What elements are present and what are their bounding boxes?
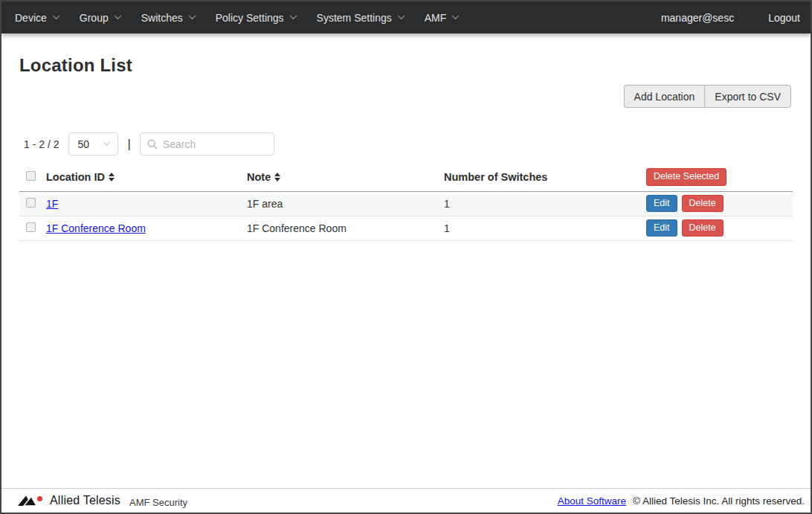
sort-icon [274, 173, 280, 181]
nav-item-label: Device [15, 12, 47, 24]
chevron-down-icon [103, 138, 111, 146]
row-checkbox[interactable] [26, 222, 36, 232]
pagination-range: 1 - 2 / 2 [24, 138, 59, 150]
chevron-down-icon [397, 12, 405, 19]
column-header-label: Location ID [46, 171, 105, 183]
chevron-down-icon [289, 12, 297, 19]
navbar: Device Group Switches Policy Settings Sy… [1, 1, 811, 33]
nav-item-policy-settings[interactable]: Policy Settings [205, 1, 306, 33]
table-header-row: Location ID Note Number of Switches Dele… [19, 165, 793, 192]
chevron-down-icon [114, 12, 121, 19]
select-all-checkbox[interactable] [26, 171, 36, 181]
nav-item-label: Policy Settings [216, 12, 284, 24]
brand-name: Allied Telesis [50, 494, 120, 507]
edit-button[interactable]: Edit [646, 195, 677, 213]
sort-icon [109, 173, 115, 181]
page-size-value: 50 [77, 138, 89, 150]
footer: Allied Telesis AMF Security About Softwa… [1, 488, 811, 513]
search-box [140, 132, 274, 155]
table-row: 1F Conference Room 1F Conference Room 1 … [19, 216, 793, 241]
location-link[interactable]: 1F Conference Room [46, 222, 146, 234]
delete-button[interactable]: Delete [682, 219, 724, 237]
column-header-location-id[interactable]: Location ID [46, 171, 247, 183]
main-content: Location List Add Location Export to CSV… [1, 55, 811, 241]
nav-item-system-settings[interactable]: System Settings [306, 1, 414, 33]
nav-item-amf[interactable]: AMF [414, 1, 469, 33]
nav-item-switches[interactable]: Switches [131, 1, 205, 33]
export-csv-button[interactable]: Export to CSV [704, 85, 791, 108]
about-software-link[interactable]: About Software [558, 495, 626, 507]
list-controls: 1 - 2 / 2 50 | [24, 132, 793, 155]
page-title: Location List [19, 55, 793, 76]
row-checkbox[interactable] [26, 198, 36, 208]
copyright-text: © Allied Telesis Inc. All rights reserve… [633, 495, 805, 507]
app-window: Device Group Switches Policy Settings Sy… [0, 0, 812, 514]
column-header-note[interactable]: Note [247, 171, 444, 183]
brand: Allied Telesis AMF Security [18, 494, 187, 508]
nav-item-label: Switches [141, 12, 183, 24]
search-input[interactable] [163, 138, 267, 150]
logout-button[interactable]: Logout [768, 12, 800, 24]
column-header-switches: Number of Switches [444, 171, 646, 183]
delete-selected-button[interactable]: Delete Selected [646, 168, 726, 186]
column-header-label: Number of Switches [444, 171, 547, 183]
add-location-button[interactable]: Add Location [624, 85, 705, 108]
nav-item-label: System Settings [317, 12, 392, 24]
toolbar: Add Location Export to CSV [19, 85, 791, 108]
chevron-down-icon [452, 12, 460, 19]
table-body: 1F 1F area 1 Edit Delete 1F Conference R… [19, 192, 793, 241]
switch-count-cell: 1 [444, 222, 646, 234]
nav-menu: Device Group Switches Policy Settings Sy… [4, 1, 468, 33]
footer-right: About Software © Allied Telesis Inc. All… [558, 495, 805, 507]
edit-button[interactable]: Edit [646, 219, 677, 237]
location-table: Location ID Note Number of Switches Dele… [19, 165, 793, 241]
page-size-select[interactable]: 50 [68, 132, 118, 155]
table-row: 1F 1F area 1 Edit Delete [19, 192, 793, 216]
product-name: AMF Security [129, 497, 187, 508]
nav-item-label: AMF [425, 12, 447, 24]
nav-item-label: Group [80, 12, 109, 24]
navbar-right: manager@sesc Logout [661, 12, 800, 24]
switch-count-cell: 1 [444, 198, 646, 210]
delete-button[interactable]: Delete [682, 195, 724, 213]
note-cell: 1F Conference Room [247, 222, 444, 234]
location-link[interactable]: 1F [46, 198, 58, 210]
chevron-down-icon [188, 12, 196, 19]
note-cell: 1F area [247, 198, 444, 210]
chevron-down-icon [52, 12, 59, 19]
nav-item-device[interactable]: Device [4, 1, 69, 33]
column-header-label: Note [247, 171, 271, 183]
allied-telesis-logo-icon [18, 494, 45, 508]
controls-separator: | [127, 137, 130, 152]
user-account-label[interactable]: manager@sesc [661, 12, 734, 24]
search-icon [147, 139, 158, 150]
nav-item-group[interactable]: Group [69, 1, 131, 33]
